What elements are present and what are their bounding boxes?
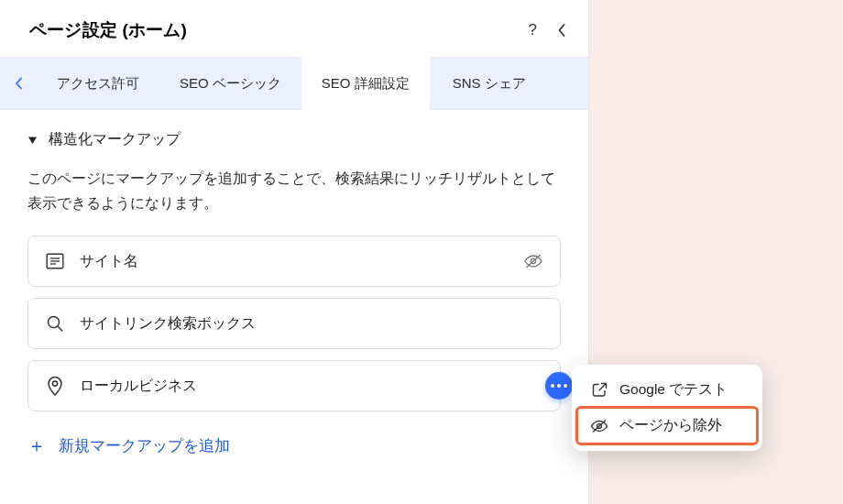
eye-off-icon bbox=[523, 252, 543, 270]
back-chevron-icon[interactable] bbox=[557, 23, 566, 38]
markup-item-local-business[interactable]: ローカルビジネス bbox=[27, 360, 561, 411]
document-icon bbox=[45, 253, 65, 269]
tab-seo-basic[interactable]: SEO ベーシック bbox=[159, 58, 301, 109]
page-title: ページ設定 (ホーム) bbox=[29, 18, 187, 42]
more-actions-button[interactable] bbox=[545, 372, 573, 400]
help-icon[interactable]: ? bbox=[529, 21, 537, 39]
section-description: このページにマークアップを追加することで、検索結果にリッチリザルトとして表示でき… bbox=[27, 166, 561, 215]
add-markup-label: 新規マークアップを追加 bbox=[59, 436, 230, 456]
plus-icon: ＋ bbox=[27, 433, 46, 458]
external-link-icon bbox=[590, 382, 608, 398]
svg-line-9 bbox=[599, 384, 606, 390]
tabs-bar: アクセス許可 SEO ベーシック SEO 詳細設定 SNS シェア bbox=[0, 57, 588, 110]
panel-header: ページ設定 (ホーム) ? bbox=[0, 0, 588, 57]
svg-point-8 bbox=[52, 381, 57, 386]
menu-item-test-google[interactable]: Google でテスト bbox=[577, 372, 757, 408]
eye-off-icon bbox=[590, 418, 608, 434]
pin-icon bbox=[45, 376, 65, 396]
menu-item-exclude-page[interactable]: ページから除外 bbox=[577, 408, 757, 444]
markup-item-label: サイト名 bbox=[80, 252, 138, 271]
section-toggle[interactable]: 構造化マークアップ bbox=[27, 130, 561, 149]
tab-sns-share[interactable]: SNS シェア bbox=[430, 58, 549, 109]
search-icon bbox=[45, 314, 65, 333]
add-markup-button[interactable]: ＋ 新規マークアップを追加 bbox=[0, 411, 588, 480]
markup-list: サイト名 サイトリンク検索ボックス ローカルビジネス bbox=[27, 236, 561, 411]
markup-actions-popover: Google でテスト ページから除外 bbox=[572, 365, 762, 451]
markup-item-label: サイトリンク検索ボックス bbox=[80, 314, 256, 334]
section-title-text: 構造化マークアップ bbox=[49, 130, 181, 149]
menu-item-label: Google でテスト bbox=[619, 380, 728, 400]
triangle-down-icon bbox=[27, 136, 38, 145]
markup-item-sitename[interactable]: サイト名 bbox=[27, 236, 561, 287]
header-actions: ? bbox=[529, 21, 566, 39]
tab-access[interactable]: アクセス許可 bbox=[37, 58, 159, 109]
markup-item-sitelinks-search[interactable]: サイトリンク検索ボックス bbox=[27, 298, 561, 349]
structured-markup-section: 構造化マークアップ このページにマークアップを追加することで、検索結果にリッチリ… bbox=[0, 110, 588, 411]
tabs-scroll-left[interactable] bbox=[0, 58, 37, 109]
menu-item-label: ページから除外 bbox=[619, 416, 722, 435]
svg-line-7 bbox=[58, 326, 62, 331]
settings-panel: ページ設定 (ホーム) ? アクセス許可 SEO ベーシック SEO 詳細設定 … bbox=[0, 0, 588, 504]
markup-item-label: ローカルビジネス bbox=[80, 377, 197, 396]
tab-seo-advanced[interactable]: SEO 詳細設定 bbox=[301, 57, 430, 110]
